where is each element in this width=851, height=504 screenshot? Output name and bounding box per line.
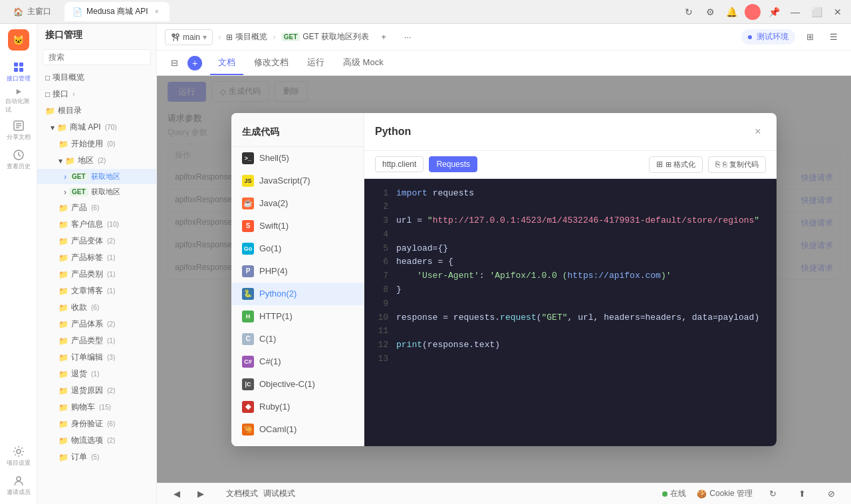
prev-button[interactable]: ◀ [168,485,186,503]
lang-item-shell[interactable]: >_ Shell(5) [231,147,364,170]
add-tab-button[interactable]: + [374,28,393,47]
method-badge: GET [69,172,88,181]
avatar[interactable] [745,4,761,20]
nav-arrows: ◀ ▶ [168,485,210,503]
tab-run[interactable]: 运行 [299,51,332,75]
search-input[interactable] [43,49,151,65]
sidebar-item-api-management[interactable]: 接口管理 [5,59,32,85]
code-line-5: 5 payload={} [375,242,766,256]
folder-icon: 📁 [59,336,68,346]
sidebar-item-share[interactable]: 分享文档 [5,117,32,144]
nav-item-refund[interactable]: 📁 退货 (1) [37,366,156,382]
breadcrumb-project[interactable]: ⊞ 项目概览 [226,31,267,43]
tab-doc[interactable]: 文档 [210,51,243,75]
browser-tab-api[interactable]: 📄 Medusa 商城 API × [64,2,170,21]
pin-button[interactable]: 📌 [766,4,782,20]
lang-item-http[interactable]: H HTTP(1) [231,305,364,328]
layout-button[interactable]: ⊞ [800,28,819,47]
nav-item-system[interactable]: 📁 产品体系 (2) [37,316,156,332]
tab-close-button[interactable]: × [152,7,162,17]
requests-tab[interactable]: Requests [429,156,477,172]
lang-label-objc: Objective-C(1) [259,379,315,389]
nav-item-region[interactable]: ▾ 📁 地区 (2) [37,152,156,169]
filter-button[interactable]: ⊟ [165,54,183,72]
nav-item-collection[interactable]: 📁 收款 (6) [37,299,156,316]
nav-item-variant[interactable]: 📁 产品变体 (2) [37,233,156,249]
doc-mode-tab[interactable]: 文档模式 [226,488,258,499]
add-button[interactable]: + [187,56,202,70]
nav-item-start[interactable]: 📁 开始使用 (0) [37,136,156,152]
breadcrumb-api[interactable]: GET GET 获取地区列表 [281,31,369,43]
notification-button[interactable]: 🔔 [723,4,739,20]
nav-item-get-regions2[interactable]: › GET 获取地区 [37,184,156,199]
close-button[interactable]: ✕ [830,4,846,20]
branch-selector[interactable]: main ▾ [165,29,213,45]
nav-item-type[interactable]: 📁 产品类型 (1) [37,332,156,349]
bottom-action-2[interactable]: ⬆ [792,485,811,503]
bottom-action-1[interactable]: ↻ [763,485,782,503]
lang-item-c[interactable]: C C(1) [231,328,364,350]
tab-edit-doc[interactable]: 修改文档 [246,51,297,75]
folder-icon: □ [45,73,50,82]
folder-icon: 📁 [59,220,68,229]
next-button[interactable]: ▶ [191,485,210,503]
nav-item-blog[interactable]: 📁 文章博客 (1) [37,283,156,299]
menu-button[interactable]: ☰ [824,28,843,47]
sidebar-item-share-label: 分享文档 [7,133,31,142]
nav-item-order[interactable]: 📁 订单 (5) [37,449,156,465]
nav-item-identity[interactable]: 📁 身份验证 (6) [37,416,156,432]
maximize-button[interactable]: ⬜ [808,4,824,20]
folder-icon: 📁 [59,140,68,149]
browser-tab-home[interactable]: 🏠 主窗口 [5,2,59,21]
lang-item-objc[interactable]: |C Objective-C(1) [231,373,364,396]
nav-item-shipping[interactable]: 📁 物流选项 (2) [37,432,156,449]
format-button[interactable]: ⊞ ⊞ 格式化 [649,156,703,173]
modal-close-button[interactable]: × [750,124,766,140]
lang-item-ruby[interactable]: ◆ Ruby(1) [231,396,364,418]
more-button[interactable]: ··· [398,28,417,47]
nav-item-tag[interactable]: 📁 产品标签 (1) [37,249,156,266]
lang-item-swift[interactable]: S Swift(1) [231,215,364,237]
top-bar: main ▾ › ⊞ 项目概览 › GET GET 获取地区列表 + ··· [157,24,851,51]
code-line-4: 4 [375,228,766,242]
debug-mode-tab[interactable]: 调试模式 [263,488,295,499]
nav-item-category[interactable]: 📁 产品类别 (1) [37,266,156,283]
folder-icon: 📁 [59,453,68,462]
nav-item-root[interactable]: 📁 根目录 [37,102,156,119]
nav-item-order-edit[interactable]: 📁 订单编辑 (3) [37,349,156,366]
bottom-action-3[interactable]: ⊘ [822,485,840,503]
copy-code-button[interactable]: ⎘ ⎘ 复制代码 [708,156,766,173]
sidebar-item-automation[interactable]: 自动化测试 [5,88,32,114]
sidebar-item-history[interactable]: 查看历史 [5,146,32,173]
nav-item-customer[interactable]: 📁 客户信息 (10) [37,216,156,233]
sidebar-item-account[interactable]: 邀请成员 [5,472,32,499]
lang-item-php[interactable]: P PHP(4) [231,260,364,283]
sidebar-item-settings[interactable]: 项目设置 [5,443,32,469]
nav-item-product[interactable]: 📁 产品 (6) [37,199,156,216]
lang-item-ocaml[interactable]: 🐫 OCaml(1) [231,418,364,441]
lang-item-javascript[interactable]: JS JavaScript(7) [231,170,364,192]
nav-item-mall-api[interactable]: ▾ 📁 商城 API (70) [37,119,156,136]
top-bar-actions: 测试环境 ⊞ ☰ [741,28,843,47]
folder-icon: 📁 [65,156,75,166]
ocaml-icon: 🐫 [242,424,254,436]
http-client-tab[interactable]: http.client [375,156,424,172]
minimize-button[interactable]: — [787,4,803,20]
lang-item-go[interactable]: Go Go(1) [231,237,364,260]
copy-icon: ⎘ [715,160,720,169]
lang-item-csharp[interactable]: C# C#(1) [231,350,364,373]
nav-item-api[interactable]: □ 接口 › [37,86,156,102]
left-nav: 接口管理 □ 项目概览 □ 接口 › 📁 根目录 ▾ 📁 商城 API [37,24,157,504]
settings-button[interactable]: ⚙ [702,4,718,20]
nav-item-project-overview[interactable]: □ 项目概览 [37,69,156,86]
reload-button[interactable]: ↻ [681,4,697,20]
folder-icon: 📁 [59,320,68,329]
env-selector[interactable]: 测试环境 [741,29,795,45]
cookie-manager-button[interactable]: 🍪 Cookie 管理 [697,488,753,499]
tab-mock[interactable]: 高级 Mock [335,51,392,75]
nav-item-refund-reason[interactable]: 📁 退货原因 (2) [37,382,156,399]
lang-item-python[interactable]: 🐍 Python(2) [231,283,364,305]
lang-item-java[interactable]: ☕ Java(2) [231,192,364,215]
nav-item-cart[interactable]: 📁 购物车 (15) [37,399,156,416]
nav-item-get-regions[interactable]: › GET 获取地区 [37,169,156,184]
